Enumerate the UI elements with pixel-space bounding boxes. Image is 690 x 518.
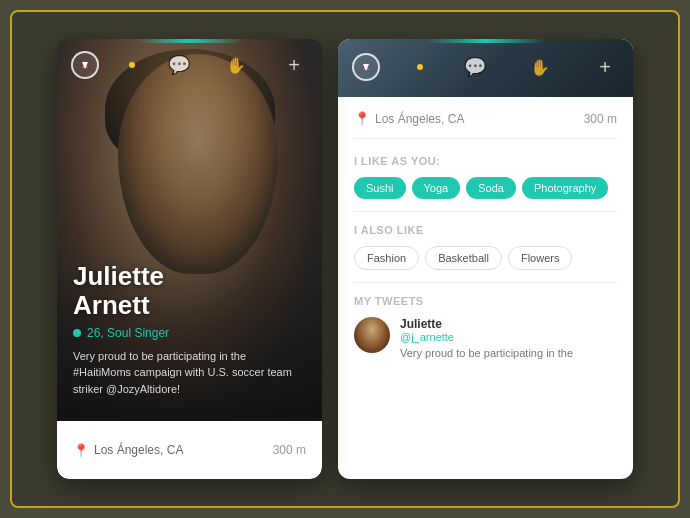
right-location-row: 📍 Los Ángeles, CA 300 m [354,111,617,139]
section-divider-2 [354,282,617,283]
i-also-like-tags: Fashion Basketball Flowers [354,246,617,270]
right-chat-icon: 💬 [464,56,486,78]
user-info: Juliette Arnett 26, Soul Singer Very pro… [57,262,322,411]
tag-fashion[interactable]: Fashion [354,246,419,270]
left-toolbar: 💬 ✋ + [57,51,322,79]
tweets-title: MY TWEETS [354,295,617,307]
yellow-status-dot [129,62,135,68]
compass-inner [81,61,89,69]
tweet-avatar [354,317,390,353]
right-chat-button[interactable]: 💬 [461,53,489,81]
right-hand-button[interactable]: ✋ [526,53,554,81]
tweet-handle[interactable]: @j_arnette [400,331,573,343]
tag-photography[interactable]: Photography [522,177,608,199]
hand-button[interactable]: ✋ [222,51,250,79]
i-also-like-title: I ALSO LIKE [354,224,617,236]
tag-basketball[interactable]: Basketball [425,246,502,270]
tag-yoga[interactable]: Yoga [412,177,461,199]
i-like-as-you-tags: Sushi Yoga Soda Photography [354,177,617,199]
left-card: 💬 ✋ + Juliette Arnett 26, Soul [57,39,322,479]
right-compass-icon[interactable] [352,53,380,81]
right-yellow-dot [417,64,423,70]
right-toolbar: 💬 ✋ + [338,53,633,81]
distance-label: 300 m [273,443,306,457]
chat-button[interactable]: 💬 [165,51,193,79]
tag-flowers[interactable]: Flowers [508,246,573,270]
photo-gradient [57,39,322,479]
add-button[interactable]: + [280,51,308,79]
location-info: 📍 Los Ángeles, CA [73,443,183,458]
user-title-row: 26, Soul Singer [73,326,306,340]
location-city: Los Ángeles, CA [94,443,183,457]
tweet-text: Very proud to be participating in the [400,346,573,361]
tweets-section: MY TWEETS Juliette @j_arnette Very proud… [354,295,617,361]
user-bio: Very proud to be participating in the #H… [73,348,306,398]
tweet-user-name: Juliette [400,317,573,331]
user-subtitle: 26, Soul Singer [87,326,169,340]
plus-icon: + [288,54,300,77]
right-plus-icon: + [599,56,611,79]
right-hand-icon: ✋ [530,58,550,77]
user-name: Juliette Arnett [73,262,306,319]
compass-icon[interactable] [71,51,99,79]
tag-sushi[interactable]: Sushi [354,177,406,199]
i-like-as-you-section: I LIKE AS YOU: Sushi Yoga Soda Photograp… [354,155,617,199]
right-distance-label: 300 m [584,112,617,126]
right-compass-inner [362,63,370,71]
right-location-pin-icon: 📍 [354,111,370,126]
cards-container: 💬 ✋ + Juliette Arnett 26, Soul [41,23,649,495]
online-dot [73,329,81,337]
i-also-like-section: I ALSO LIKE Fashion Basketball Flowers [354,224,617,270]
tweet-item: Juliette @j_arnette Very proud to be par… [354,317,617,361]
tweet-content: Juliette @j_arnette Very proud to be par… [400,317,573,361]
i-like-as-you-title: I LIKE AS YOU: [354,155,617,167]
right-card: 💬 ✋ + 📍 Los Ángeles, CA [338,39,633,479]
left-bottom-bar: 📍 Los Ángeles, CA 300 m [57,421,322,479]
right-card-content: 📍 Los Ángeles, CA 300 m I LIKE AS YOU: S… [338,97,633,479]
top-accent-bar [57,39,322,43]
right-location-city: Los Ángeles, CA [375,112,464,126]
right-add-button[interactable]: + [591,53,619,81]
tag-soda[interactable]: Soda [466,177,516,199]
right-top-accent-bar [338,39,633,43]
outer-border: 💬 ✋ + Juliette Arnett 26, Soul [10,10,680,508]
right-card-header-photo: 💬 ✋ + [338,39,633,97]
right-location-info: 📍 Los Ángeles, CA [354,111,464,126]
section-divider-1 [354,211,617,212]
chat-icon: 💬 [168,54,190,76]
location-pin-icon: 📍 [73,443,89,458]
hand-icon: ✋ [226,56,246,75]
